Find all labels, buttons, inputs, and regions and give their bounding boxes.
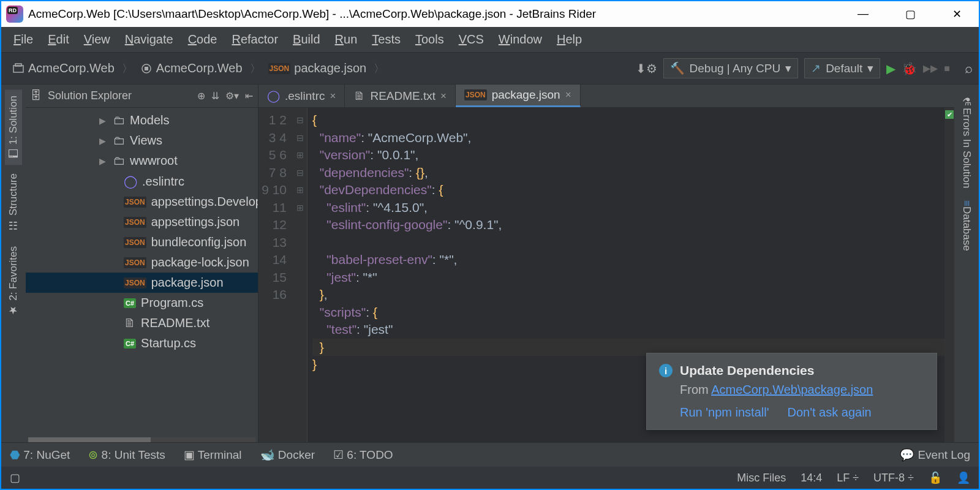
- info-icon: i: [659, 364, 673, 377]
- menu-file[interactable]: File: [7, 29, 39, 50]
- run-button[interactable]: ▶: [886, 61, 895, 76]
- json-icon: JSON: [124, 257, 146, 268]
- lock-icon[interactable]: 🔓: [929, 471, 942, 484]
- solution-explorer: 🗄 Solution Explorer ⊕ ⇊ ⚙▾ ⇤ ▶🗀Models▶🗀V…: [26, 85, 258, 442]
- tree-item[interactable]: ▶🗀Views: [26, 130, 258, 151]
- folder-icon: 🗀: [113, 113, 125, 127]
- breadcrumb: AcmeCorp.Web 〉 AcmeCorp.Web 〉 JSON packa…: [7, 59, 385, 78]
- close-icon[interactable]: ×: [565, 89, 571, 101]
- notification-action-dismiss[interactable]: Don't ask again: [787, 405, 871, 420]
- tree-item-label: Startup.cs: [141, 336, 196, 350]
- inspector-icon[interactable]: 👤: [957, 471, 970, 484]
- tree-item[interactable]: ▶🗀wwwroot: [26, 151, 258, 171]
- tool-tab-unittests[interactable]: ⊚ 8: Unit Tests: [88, 448, 165, 462]
- tool-tab-todo[interactable]: ☑ 6: TODO: [333, 448, 393, 462]
- tree-item[interactable]: JSONappsettings.json: [26, 212, 258, 232]
- json-icon: JSON: [268, 63, 291, 74]
- close-button[interactable]: ✕: [952, 7, 962, 21]
- settings-icon[interactable]: ⚙▾: [225, 90, 239, 102]
- tool-tab-favorites[interactable]: ★2: Favorites: [5, 240, 22, 323]
- event-log-button[interactable]: 💬 Event Log: [900, 448, 970, 462]
- status-caret[interactable]: 14:4: [801, 472, 822, 484]
- editor-tab[interactable]: JSONpackage.json×: [456, 85, 581, 107]
- menu-build[interactable]: Build: [287, 29, 326, 50]
- tree-item-label: README.txt: [141, 316, 209, 330]
- menu-refactor[interactable]: Refactor: [225, 29, 284, 50]
- eslint-icon: ◯: [267, 89, 280, 103]
- eslint-icon: ◯: [124, 174, 137, 189]
- explorer-scrollbar[interactable]: [28, 437, 255, 442]
- tool-tab-docker[interactable]: 🐋 Docker: [260, 448, 315, 462]
- close-icon[interactable]: ×: [330, 90, 336, 102]
- text-file-icon: 🗎: [124, 316, 136, 330]
- coverage-button[interactable]: ▶▶: [923, 62, 938, 74]
- menu-code[interactable]: Code: [182, 29, 224, 50]
- status-line-separator[interactable]: LF ÷: [837, 472, 859, 484]
- chevron-right-icon[interactable]: ▶: [99, 136, 108, 146]
- maximize-button[interactable]: ▢: [905, 7, 916, 21]
- menu-window[interactable]: Window: [492, 29, 548, 50]
- tree-item[interactable]: 🗎README.txt: [26, 313, 258, 333]
- chevron-right-icon[interactable]: ▶: [99, 116, 108, 126]
- folder-icon: 🗀: [113, 134, 125, 148]
- deploy-config-combo[interactable]: ↗ Default▾: [804, 58, 880, 78]
- analysis-stripe[interactable]: ✔: [944, 108, 954, 442]
- fold-gutter[interactable]: ⊟⊟⊞⊟⊞⊞: [293, 108, 307, 442]
- menu-tools[interactable]: Tools: [409, 29, 450, 50]
- menu-view[interactable]: View: [78, 29, 116, 50]
- tool-tab-errors[interactable]: ⚗Errors In Solution: [958, 89, 975, 194]
- breadcrumb-item[interactable]: JSON package.json: [263, 59, 372, 78]
- tree-item[interactable]: JSONbundleconfig.json: [26, 232, 258, 252]
- right-toolwindow-strip: ⚗Errors In Solution ≡Database: [954, 85, 979, 442]
- tree-item[interactable]: JSONpackage-lock.json: [26, 252, 258, 273]
- editor-tab[interactable]: ◯.eslintrc×: [258, 85, 345, 107]
- debug-button[interactable]: 🐞: [902, 61, 917, 76]
- target-icon[interactable]: ⊕: [197, 90, 205, 102]
- status-encoding[interactable]: UTF-8 ÷: [873, 472, 914, 484]
- tool-tab-structure[interactable]: ☷Structure: [5, 167, 22, 238]
- analysis-ok-icon: ✔: [945, 110, 954, 119]
- breadcrumb-item[interactable]: AcmeCorp.Web: [7, 59, 119, 78]
- menubar: FileEditViewNavigateCodeRefactorBuildRun…: [1, 27, 979, 53]
- menu-run[interactable]: Run: [329, 29, 364, 50]
- tree-item-label: bundleconfig.json: [151, 235, 247, 249]
- notification-action-run[interactable]: Run 'npm install': [680, 405, 769, 420]
- tree-item[interactable]: JSONappsettings.Develop: [26, 192, 258, 212]
- build-icon[interactable]: ⬇⚙: [636, 61, 657, 76]
- editor-tab[interactable]: 🗎README.txt×: [345, 85, 456, 107]
- menu-navigate[interactable]: Navigate: [119, 29, 179, 50]
- tree-item[interactable]: ▶🗀Models: [26, 110, 258, 130]
- tool-tab-terminal[interactable]: ▣ Terminal: [184, 448, 242, 462]
- notification-popup: i Update Dependencies From AcmeCorp.Web\…: [646, 353, 937, 430]
- notification-body: From AcmeCorp.Web\package.json: [680, 383, 924, 397]
- toolwindows-toggle-icon[interactable]: ▢: [10, 471, 20, 484]
- minimize-button[interactable]: —: [858, 7, 869, 21]
- tree-item-label: .eslintrc: [142, 175, 184, 189]
- menu-tests[interactable]: Tests: [366, 29, 407, 50]
- menu-vcs[interactable]: VCS: [453, 29, 490, 50]
- close-icon[interactable]: ×: [440, 90, 447, 102]
- tool-tab-database[interactable]: ≡Database: [958, 194, 975, 257]
- search-everywhere-button[interactable]: ⌕: [965, 61, 973, 77]
- hide-icon[interactable]: ⇤: [245, 90, 253, 102]
- menu-help[interactable]: Help: [551, 29, 588, 50]
- run-config-combo[interactable]: 🔨 Debug | Any CPU▾: [663, 58, 799, 78]
- svg-rect-1: [15, 64, 21, 66]
- notification-source-link[interactable]: AcmeCorp.Web\package.json: [711, 383, 873, 396]
- solution-tree[interactable]: ▶🗀Models▶🗀Views▶🗀wwwroot◯.eslintrcJSONap…: [26, 108, 258, 437]
- chevron-right-icon[interactable]: ▶: [99, 156, 108, 166]
- tree-item[interactable]: ◯.eslintrc: [26, 171, 258, 192]
- tool-tab-solution[interactable]: 🗔1: Solution: [5, 89, 22, 165]
- menu-edit[interactable]: Edit: [42, 29, 75, 50]
- collapse-all-icon[interactable]: ⇊: [211, 90, 219, 102]
- breadcrumb-item[interactable]: AcmeCorp.Web: [135, 59, 247, 78]
- tree-item-label: appsettings.json: [151, 215, 240, 229]
- tree-item[interactable]: C#Startup.cs: [26, 333, 258, 353]
- tree-item-label: appsettings.Develop: [151, 195, 258, 209]
- csharp-icon: C#: [124, 339, 136, 349]
- tree-item[interactable]: C#Program.cs: [26, 293, 258, 313]
- tool-tab-nuget[interactable]: ⬣ 7: NuGet: [10, 448, 70, 462]
- status-context[interactable]: Misc Files: [737, 472, 786, 484]
- tree-item[interactable]: JSONpackage.json: [26, 273, 258, 293]
- stop-button[interactable]: ■: [944, 63, 950, 74]
